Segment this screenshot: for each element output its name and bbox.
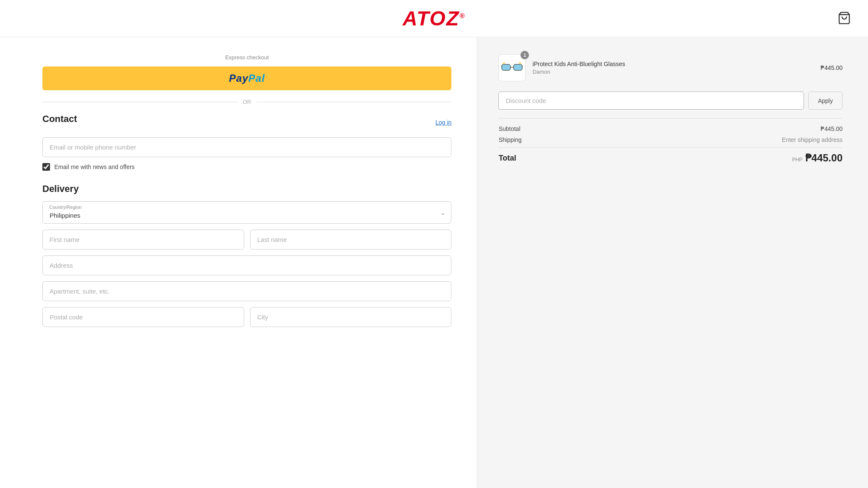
country-select[interactable]: Philippines United States United Kingdom: [42, 201, 451, 224]
contact-header: Contact Log in: [42, 114, 451, 131]
country-field-group: Country/Region Philippines United States…: [42, 201, 451, 224]
or-divider: OR: [42, 99, 451, 105]
cart-button[interactable]: [837, 11, 851, 26]
svg-rect-2: [514, 64, 522, 70]
newsletter-checkbox[interactable]: [42, 163, 50, 171]
subtotal-label: Subtotal: [498, 125, 520, 132]
email-input[interactable]: [42, 137, 451, 157]
address-field-group: [42, 255, 451, 275]
item-image-wrapper: 1: [498, 54, 526, 81]
shopping-bag-icon: [837, 11, 851, 25]
grand-total-row: Total PHP ₱445.00: [498, 147, 843, 164]
svg-rect-1: [502, 64, 510, 70]
item-name: iProtect Kids Anti-Bluelight Glasses: [532, 61, 814, 67]
site-logo: ATOZ®: [403, 7, 465, 30]
subtotal-row: Subtotal ₱445.00: [498, 125, 843, 132]
glasses-icon: [501, 60, 523, 75]
left-panel: Express checkout PayPal OR Contact Log i…: [0, 37, 477, 488]
total-amount: ₱445.00: [805, 152, 843, 164]
login-link[interactable]: Log in: [435, 119, 451, 126]
contact-section: Contact Log in Email me with news and of…: [42, 114, 451, 171]
main-layout: Express checkout PayPal OR Contact Log i…: [0, 37, 868, 488]
total-currency: PHP: [792, 157, 803, 163]
postal-code-input[interactable]: [42, 307, 244, 327]
discount-input[interactable]: [498, 92, 804, 110]
logo-reg: ®: [459, 12, 465, 19]
first-name-field-group: [42, 230, 244, 250]
logo-text: ATOZ: [403, 7, 459, 30]
apartment-field-group: [42, 281, 451, 301]
last-name-input[interactable]: [250, 230, 452, 250]
item-details: iProtect Kids Anti-Bluelight Glasses Dam…: [532, 61, 814, 75]
subtotal-value: ₱445.00: [821, 125, 843, 132]
country-select-wrapper: Country/Region Philippines United States…: [42, 201, 451, 224]
postal-code-field-group: [42, 307, 244, 327]
shipping-label: Shipping: [498, 136, 522, 143]
contact-heading: Contact: [42, 114, 77, 125]
city-field-group: [250, 307, 452, 327]
shipping-row: Shipping Enter shipping address: [498, 136, 843, 143]
paypal-button-label: PayPal: [229, 72, 265, 84]
city-input[interactable]: [250, 307, 452, 327]
address-input[interactable]: [42, 255, 451, 275]
item-quantity-badge: 1: [520, 51, 529, 59]
or-label: OR: [243, 99, 251, 105]
order-item: 1 iProtect Kids Anti-Bluelight Glasses D…: [498, 54, 843, 81]
first-name-input[interactable]: [42, 230, 244, 250]
paypal-button[interactable]: PayPal: [42, 67, 451, 90]
last-name-field-group: [250, 230, 452, 250]
email-field-group: [42, 137, 451, 157]
apply-button[interactable]: Apply: [808, 92, 843, 110]
grand-total-label: Total: [498, 154, 516, 163]
item-variant: Damon: [532, 69, 814, 75]
shipping-value: Enter shipping address: [782, 136, 843, 143]
apartment-input[interactable]: [42, 281, 451, 301]
postal-city-row: [42, 307, 451, 333]
header: ATOZ®: [0, 0, 868, 37]
name-fields-row: [42, 230, 451, 255]
delivery-section: Delivery Country/Region Philippines Unit…: [42, 183, 451, 333]
newsletter-label: Email me with news and offers: [54, 164, 135, 170]
discount-row: Apply: [498, 92, 843, 110]
item-price: ₱445.00: [821, 64, 843, 71]
newsletter-checkbox-row: Email me with news and offers: [42, 163, 451, 171]
right-panel: 1 iProtect Kids Anti-Bluelight Glasses D…: [477, 37, 868, 488]
express-checkout-label: Express checkout: [42, 54, 451, 61]
delivery-heading: Delivery: [42, 183, 451, 194]
grand-total-value-wrapper: PHP ₱445.00: [792, 152, 843, 164]
order-totals: Subtotal ₱445.00 Shipping Enter shipping…: [498, 118, 843, 164]
